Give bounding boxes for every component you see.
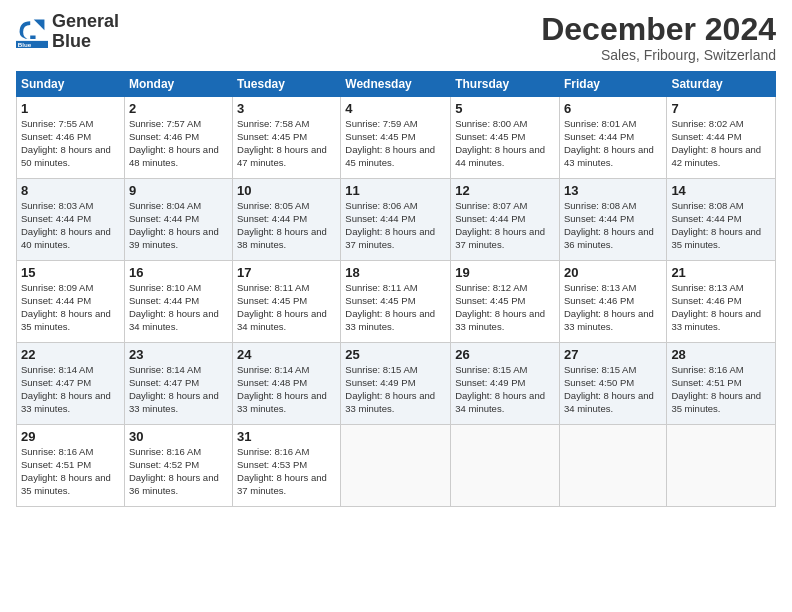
day-info: Sunrise: 8:15 AM Sunset: 4:49 PM Dayligh… bbox=[455, 364, 555, 415]
day-number: 20 bbox=[564, 265, 662, 280]
day-number: 1 bbox=[21, 101, 120, 116]
logo: Blue General Blue bbox=[16, 12, 119, 52]
day-info: Sunrise: 8:15 AM Sunset: 4:49 PM Dayligh… bbox=[345, 364, 446, 415]
header: Blue General Blue December 2024 Sales, F… bbox=[16, 12, 776, 63]
day-number: 2 bbox=[129, 101, 228, 116]
day-info: Sunrise: 8:11 AM Sunset: 4:45 PM Dayligh… bbox=[345, 282, 446, 333]
day-number: 13 bbox=[564, 183, 662, 198]
day-info: Sunrise: 8:15 AM Sunset: 4:50 PM Dayligh… bbox=[564, 364, 662, 415]
table-row: 25 Sunrise: 8:15 AM Sunset: 4:49 PM Dayl… bbox=[341, 343, 451, 425]
day-number: 18 bbox=[345, 265, 446, 280]
day-info: Sunrise: 8:14 AM Sunset: 4:48 PM Dayligh… bbox=[237, 364, 336, 415]
col-thursday: Thursday bbox=[451, 72, 560, 97]
table-row bbox=[559, 425, 666, 507]
table-row: 11 Sunrise: 8:06 AM Sunset: 4:44 PM Dayl… bbox=[341, 179, 451, 261]
table-row: 27 Sunrise: 8:15 AM Sunset: 4:50 PM Dayl… bbox=[559, 343, 666, 425]
day-number: 14 bbox=[671, 183, 771, 198]
day-info: Sunrise: 8:01 AM Sunset: 4:44 PM Dayligh… bbox=[564, 118, 662, 169]
month-title: December 2024 bbox=[541, 12, 776, 47]
table-row bbox=[341, 425, 451, 507]
day-info: Sunrise: 8:12 AM Sunset: 4:45 PM Dayligh… bbox=[455, 282, 555, 333]
table-row: 14 Sunrise: 8:08 AM Sunset: 4:44 PM Dayl… bbox=[667, 179, 776, 261]
day-number: 8 bbox=[21, 183, 120, 198]
day-info: Sunrise: 8:14 AM Sunset: 4:47 PM Dayligh… bbox=[21, 364, 120, 415]
table-row: 15 Sunrise: 8:09 AM Sunset: 4:44 PM Dayl… bbox=[17, 261, 125, 343]
table-row: 31 Sunrise: 8:16 AM Sunset: 4:53 PM Dayl… bbox=[233, 425, 341, 507]
table-row: 4 Sunrise: 7:59 AM Sunset: 4:45 PM Dayli… bbox=[341, 97, 451, 179]
day-number: 4 bbox=[345, 101, 446, 116]
table-row: 30 Sunrise: 8:16 AM Sunset: 4:52 PM Dayl… bbox=[124, 425, 232, 507]
col-saturday: Saturday bbox=[667, 72, 776, 97]
day-info: Sunrise: 8:16 AM Sunset: 4:53 PM Dayligh… bbox=[237, 446, 336, 497]
col-friday: Friday bbox=[559, 72, 666, 97]
calendar-week-row: 8 Sunrise: 8:03 AM Sunset: 4:44 PM Dayli… bbox=[17, 179, 776, 261]
day-number: 23 bbox=[129, 347, 228, 362]
table-row: 12 Sunrise: 8:07 AM Sunset: 4:44 PM Dayl… bbox=[451, 179, 560, 261]
table-row: 13 Sunrise: 8:08 AM Sunset: 4:44 PM Dayl… bbox=[559, 179, 666, 261]
calendar-week-row: 29 Sunrise: 8:16 AM Sunset: 4:51 PM Dayl… bbox=[17, 425, 776, 507]
day-number: 16 bbox=[129, 265, 228, 280]
calendar-header-row: Sunday Monday Tuesday Wednesday Thursday… bbox=[17, 72, 776, 97]
table-row: 17 Sunrise: 8:11 AM Sunset: 4:45 PM Dayl… bbox=[233, 261, 341, 343]
day-info: Sunrise: 8:16 AM Sunset: 4:52 PM Dayligh… bbox=[129, 446, 228, 497]
day-number: 12 bbox=[455, 183, 555, 198]
col-monday: Monday bbox=[124, 72, 232, 97]
calendar-week-row: 1 Sunrise: 7:55 AM Sunset: 4:46 PM Dayli… bbox=[17, 97, 776, 179]
day-number: 31 bbox=[237, 429, 336, 444]
svg-text:Blue: Blue bbox=[18, 41, 32, 48]
day-number: 19 bbox=[455, 265, 555, 280]
table-row: 22 Sunrise: 8:14 AM Sunset: 4:47 PM Dayl… bbox=[17, 343, 125, 425]
day-number: 7 bbox=[671, 101, 771, 116]
table-row: 7 Sunrise: 8:02 AM Sunset: 4:44 PM Dayli… bbox=[667, 97, 776, 179]
day-number: 9 bbox=[129, 183, 228, 198]
day-number: 29 bbox=[21, 429, 120, 444]
day-info: Sunrise: 8:03 AM Sunset: 4:44 PM Dayligh… bbox=[21, 200, 120, 251]
day-info: Sunrise: 8:08 AM Sunset: 4:44 PM Dayligh… bbox=[671, 200, 771, 251]
calendar-week-row: 15 Sunrise: 8:09 AM Sunset: 4:44 PM Dayl… bbox=[17, 261, 776, 343]
col-tuesday: Tuesday bbox=[233, 72, 341, 97]
day-info: Sunrise: 8:13 AM Sunset: 4:46 PM Dayligh… bbox=[564, 282, 662, 333]
day-number: 3 bbox=[237, 101, 336, 116]
location: Sales, Fribourg, Switzerland bbox=[541, 47, 776, 63]
day-info: Sunrise: 8:16 AM Sunset: 4:51 PM Dayligh… bbox=[671, 364, 771, 415]
day-number: 25 bbox=[345, 347, 446, 362]
table-row: 29 Sunrise: 8:16 AM Sunset: 4:51 PM Dayl… bbox=[17, 425, 125, 507]
day-info: Sunrise: 7:55 AM Sunset: 4:46 PM Dayligh… bbox=[21, 118, 120, 169]
table-row: 2 Sunrise: 7:57 AM Sunset: 4:46 PM Dayli… bbox=[124, 97, 232, 179]
day-info: Sunrise: 7:59 AM Sunset: 4:45 PM Dayligh… bbox=[345, 118, 446, 169]
table-row: 28 Sunrise: 8:16 AM Sunset: 4:51 PM Dayl… bbox=[667, 343, 776, 425]
table-row: 6 Sunrise: 8:01 AM Sunset: 4:44 PM Dayli… bbox=[559, 97, 666, 179]
day-number: 21 bbox=[671, 265, 771, 280]
day-info: Sunrise: 8:16 AM Sunset: 4:51 PM Dayligh… bbox=[21, 446, 120, 497]
day-info: Sunrise: 8:07 AM Sunset: 4:44 PM Dayligh… bbox=[455, 200, 555, 251]
col-sunday: Sunday bbox=[17, 72, 125, 97]
table-row: 3 Sunrise: 7:58 AM Sunset: 4:45 PM Dayli… bbox=[233, 97, 341, 179]
day-number: 15 bbox=[21, 265, 120, 280]
day-number: 10 bbox=[237, 183, 336, 198]
title-area: December 2024 Sales, Fribourg, Switzerla… bbox=[541, 12, 776, 63]
calendar-week-row: 22 Sunrise: 8:14 AM Sunset: 4:47 PM Dayl… bbox=[17, 343, 776, 425]
day-info: Sunrise: 8:02 AM Sunset: 4:44 PM Dayligh… bbox=[671, 118, 771, 169]
table-row: 8 Sunrise: 8:03 AM Sunset: 4:44 PM Dayli… bbox=[17, 179, 125, 261]
logo-icon: Blue bbox=[16, 16, 48, 48]
day-info: Sunrise: 7:58 AM Sunset: 4:45 PM Dayligh… bbox=[237, 118, 336, 169]
page-container: Blue General Blue December 2024 Sales, F… bbox=[0, 0, 792, 515]
table-row: 16 Sunrise: 8:10 AM Sunset: 4:44 PM Dayl… bbox=[124, 261, 232, 343]
table-row: 19 Sunrise: 8:12 AM Sunset: 4:45 PM Dayl… bbox=[451, 261, 560, 343]
table-row: 21 Sunrise: 8:13 AM Sunset: 4:46 PM Dayl… bbox=[667, 261, 776, 343]
table-row bbox=[451, 425, 560, 507]
day-info: Sunrise: 8:13 AM Sunset: 4:46 PM Dayligh… bbox=[671, 282, 771, 333]
table-row: 10 Sunrise: 8:05 AM Sunset: 4:44 PM Dayl… bbox=[233, 179, 341, 261]
calendar-table: Sunday Monday Tuesday Wednesday Thursday… bbox=[16, 71, 776, 507]
day-info: Sunrise: 8:14 AM Sunset: 4:47 PM Dayligh… bbox=[129, 364, 228, 415]
day-number: 24 bbox=[237, 347, 336, 362]
table-row: 26 Sunrise: 8:15 AM Sunset: 4:49 PM Dayl… bbox=[451, 343, 560, 425]
day-number: 17 bbox=[237, 265, 336, 280]
table-row: 1 Sunrise: 7:55 AM Sunset: 4:46 PM Dayli… bbox=[17, 97, 125, 179]
col-wednesday: Wednesday bbox=[341, 72, 451, 97]
table-row: 24 Sunrise: 8:14 AM Sunset: 4:48 PM Dayl… bbox=[233, 343, 341, 425]
table-row: 23 Sunrise: 8:14 AM Sunset: 4:47 PM Dayl… bbox=[124, 343, 232, 425]
table-row: 5 Sunrise: 8:00 AM Sunset: 4:45 PM Dayli… bbox=[451, 97, 560, 179]
day-info: Sunrise: 8:00 AM Sunset: 4:45 PM Dayligh… bbox=[455, 118, 555, 169]
day-number: 5 bbox=[455, 101, 555, 116]
